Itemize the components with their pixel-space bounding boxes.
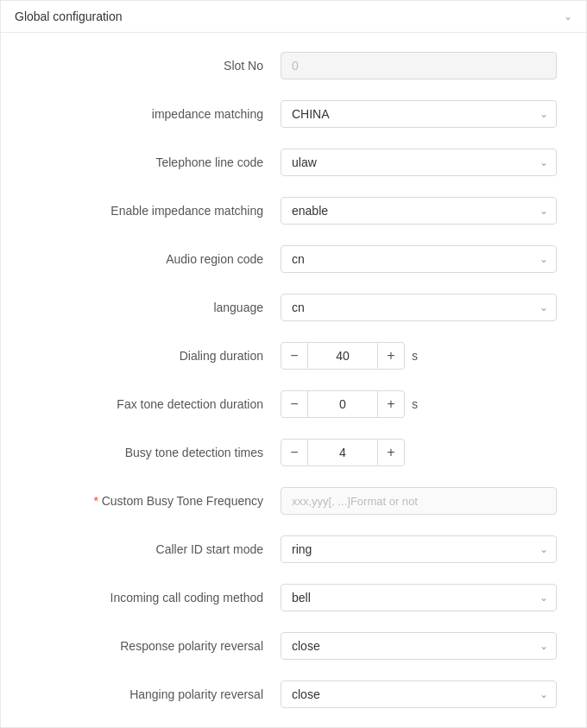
busy-tone-detection-input[interactable] xyxy=(308,439,377,466)
audio-region-code-row: Audio region code cn us eu ⌄ xyxy=(1,235,586,283)
dialing-duration-minus-button[interactable]: − xyxy=(281,342,308,370)
impedance-matching-row: impedance matching CHINA USA EUROPE ⌄ xyxy=(1,90,586,138)
fax-tone-detection-unit: s xyxy=(412,397,418,411)
incoming-call-coding-label: Incoming call coding method xyxy=(22,591,281,605)
dialing-duration-label: Dialing duration xyxy=(22,349,281,363)
busy-tone-detection-control: − + xyxy=(281,439,557,466)
enable-impedance-label: Enable impedance matching xyxy=(22,204,281,218)
incoming-call-coding-select-wrapper: bell dtmf ⌄ xyxy=(281,584,557,611)
dialing-duration-input[interactable] xyxy=(308,342,377,370)
incoming-call-coding-row: Incoming call coding method bell dtmf ⌄ xyxy=(1,573,586,622)
fax-tone-detection-label: Fax tone detection duration xyxy=(22,397,281,411)
response-polarity-label: Response polarity reversal xyxy=(22,639,281,653)
slot-no-row: Slot No xyxy=(1,41,586,90)
fax-tone-detection-control: − + s xyxy=(281,390,557,418)
busy-tone-detection-minus-button[interactable]: − xyxy=(281,439,308,466)
fax-tone-detection-minus-button[interactable]: − xyxy=(281,390,308,418)
hanging-polarity-row: Hanging polarity reversal close open ⌄ xyxy=(1,670,586,719)
enable-impedance-row: Enable impedance matching enable disable… xyxy=(1,187,586,235)
language-control: cn en ⌄ xyxy=(281,294,557,321)
incoming-call-coding-select[interactable]: bell dtmf xyxy=(281,584,557,611)
caller-id-start-control: ring polarity dtmf ⌄ xyxy=(281,535,557,563)
audio-region-code-select[interactable]: cn us eu xyxy=(281,245,557,273)
dialing-duration-row: Dialing duration − + s xyxy=(1,332,586,380)
impedance-matching-select[interactable]: CHINA USA EUROPE xyxy=(281,100,557,128)
telephone-line-code-row: Telephone line code ulaw alaw ⌄ xyxy=(1,138,586,187)
telephone-line-code-control: ulaw alaw ⌄ xyxy=(281,149,557,176)
dialing-duration-plus-button[interactable]: + xyxy=(377,342,405,370)
telephone-line-code-select[interactable]: ulaw alaw xyxy=(281,149,557,176)
custom-busy-tone-control xyxy=(281,487,557,515)
impedance-matching-label: impedance matching xyxy=(22,107,281,121)
response-polarity-row: Response polarity reversal close open ⌄ xyxy=(1,622,586,670)
busy-tone-detection-stepper: − + xyxy=(281,439,557,466)
enable-impedance-select[interactable]: enable disable xyxy=(281,197,557,225)
caller-id-start-row: Caller ID start mode ring polarity dtmf … xyxy=(1,525,586,573)
custom-busy-tone-input[interactable] xyxy=(281,487,557,515)
language-select[interactable]: cn en xyxy=(281,294,557,321)
fax-tone-detection-row: Fax tone detection duration − + s xyxy=(1,380,586,428)
language-select-wrapper: cn en ⌄ xyxy=(281,294,557,321)
telephone-line-code-label: Telephone line code xyxy=(22,155,281,169)
caller-id-start-label: Caller ID start mode xyxy=(22,542,281,556)
chevron-down-icon[interactable]: ⌄ xyxy=(564,10,572,22)
busy-tone-detection-row: Busy tone detection times − + xyxy=(1,428,586,477)
custom-busy-tone-row: Custom Busy Tone Frequency xyxy=(1,477,586,525)
fax-tone-detection-input[interactable] xyxy=(308,390,377,418)
response-polarity-select[interactable]: close open xyxy=(281,632,557,660)
audio-region-code-control: cn us eu ⌄ xyxy=(281,245,557,273)
caller-id-start-select[interactable]: ring polarity dtmf xyxy=(281,535,557,563)
impedance-matching-control: CHINA USA EUROPE ⌄ xyxy=(281,100,557,128)
response-polarity-control: close open ⌄ xyxy=(281,632,557,660)
enable-impedance-select-wrapper: enable disable ⌄ xyxy=(281,197,557,225)
hanging-polarity-select[interactable]: close open xyxy=(281,681,557,708)
busy-tone-detection-plus-button[interactable]: + xyxy=(377,439,405,466)
slot-no-input[interactable] xyxy=(281,52,557,79)
response-polarity-select-wrapper: close open ⌄ xyxy=(281,632,557,660)
dialing-duration-stepper: − + s xyxy=(281,342,557,370)
caller-id-start-select-wrapper: ring polarity dtmf ⌄ xyxy=(281,535,557,563)
global-config-header: Global configuration ⌄ xyxy=(1,1,586,33)
custom-busy-tone-label: Custom Busy Tone Frequency xyxy=(22,494,281,508)
fax-tone-detection-plus-button[interactable]: + xyxy=(377,390,405,418)
language-row: language cn en ⌄ xyxy=(1,283,586,332)
incoming-call-coding-control: bell dtmf ⌄ xyxy=(281,584,557,611)
hanging-polarity-control: close open ⌄ xyxy=(281,681,557,708)
slot-no-label: Slot No xyxy=(22,59,281,73)
page-container: Global configuration ⌄ Slot No impedance… xyxy=(0,0,587,728)
hanging-polarity-select-wrapper: close open ⌄ xyxy=(281,681,557,708)
form-body: Slot No impedance matching CHINA USA EUR… xyxy=(1,33,586,727)
hanging-polarity-label: Hanging polarity reversal xyxy=(22,687,281,701)
audio-region-code-select-wrapper: cn us eu ⌄ xyxy=(281,245,557,273)
dialing-duration-control: − + s xyxy=(281,342,557,370)
slot-no-control xyxy=(281,52,557,79)
enable-impedance-control: enable disable ⌄ xyxy=(281,197,557,225)
language-label: language xyxy=(22,301,281,314)
impedance-matching-select-wrapper: CHINA USA EUROPE ⌄ xyxy=(281,100,557,128)
audio-region-code-label: Audio region code xyxy=(22,252,281,266)
telephone-line-code-select-wrapper: ulaw alaw ⌄ xyxy=(281,149,557,176)
busy-tone-detection-label: Busy tone detection times xyxy=(22,446,281,459)
dialing-duration-unit: s xyxy=(412,349,418,363)
fax-tone-detection-stepper: − + s xyxy=(281,390,557,418)
global-config-title: Global configuration xyxy=(15,9,123,23)
